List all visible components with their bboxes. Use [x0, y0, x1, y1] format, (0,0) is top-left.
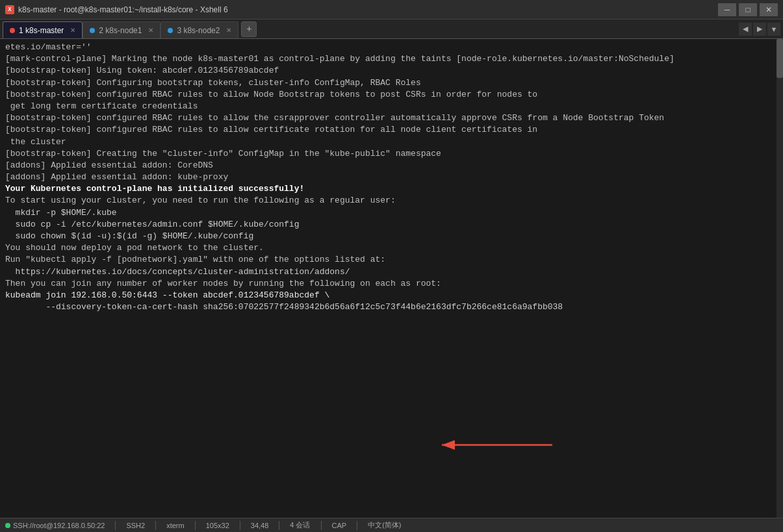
status-divider — [240, 521, 240, 530]
ssh-address: SSH://root@192.168.0.50:22 — [13, 522, 105, 529]
terminal-line: get long term certificate credentials — [5, 101, 778, 112]
tab-indicator — [90, 28, 95, 33]
tab-indicator — [10, 28, 15, 33]
scrollbar[interactable] — [777, 39, 783, 518]
tab-bar: 1 k8s-master ✕ 2 k8s-node1 ✕ 3 k8s-node2… — [0, 19, 783, 39]
terminal-area[interactable]: etes.io/master=''[mark-control-plane] Ma… — [0, 39, 783, 518]
title-bar: X k8s-master - root@k8s-master01:~/insta… — [0, 0, 783, 19]
status-divider — [321, 521, 322, 530]
terminal-line: Your Kubernetes control-plane has initia… — [5, 183, 778, 195]
tab-close-icon[interactable]: ✕ — [226, 27, 231, 34]
close-button[interactable]: ✕ — [760, 3, 778, 16]
status-divider — [357, 521, 357, 530]
tab-nav-menu[interactable]: ▼ — [767, 23, 780, 36]
terminal-line: [bootstrap-token] configured RBAC rules … — [5, 112, 778, 124]
terminal-line: the cluster — [5, 136, 778, 148]
terminal-line: [bootstrap-token] Configuring bootstrap … — [5, 77, 778, 89]
minimize-button[interactable]: ─ — [718, 3, 736, 16]
ime-label: CAP — [332, 522, 347, 529]
ssh-status: SSH://root@192.168.0.50:22 — [5, 522, 105, 529]
terminal-line: --discovery-token-ca-cert-hash sha256:07… — [5, 301, 778, 313]
terminal-line: You should now deploy a pod network to t… — [5, 242, 778, 254]
window-title: k8s-master - root@k8s-master01:~/install… — [18, 5, 228, 14]
protocol-status: SSH2 — [126, 522, 145, 529]
sessions-label: 4 会话 — [290, 520, 310, 530]
locale-status: 中文(简体) — [368, 520, 401, 530]
new-tab-button[interactable]: + — [241, 21, 257, 37]
status-bar: SSH://root@192.168.0.50:22 SSH2 xterm 10… — [0, 518, 783, 532]
tab-k8s-node2[interactable]: 3 k8s-node2 ✕ — [160, 21, 238, 38]
window-controls: ─ □ ✕ — [718, 3, 778, 16]
terminal-line: [addons] Applied essential addon: kube-p… — [5, 171, 778, 183]
terminal-line: kubeadm join 192.168.0.50:6443 --token a… — [5, 290, 778, 301]
terminal-line: sudo chown $(id -u):$(id -g) $HOME/.kube… — [5, 231, 778, 242]
tab-k8s-master[interactable]: 1 k8s-master ✕ — [3, 21, 83, 38]
cursor-pos-label: 34,48 — [251, 522, 269, 529]
terminal-line: To start using your cluster, you need to… — [5, 195, 778, 207]
encoding-status: xterm — [166, 522, 185, 529]
app-icon: X — [5, 5, 14, 14]
status-divider — [155, 521, 156, 530]
tab-nav-left[interactable]: ◀ — [739, 23, 752, 36]
protocol-label: SSH2 — [126, 522, 145, 529]
title-left: X k8s-master - root@k8s-master01:~/insta… — [5, 5, 228, 14]
terminal-line: Then you can join any number of worker n… — [5, 278, 778, 290]
terminal-line: [bootstrap-token] Creating the "cluster-… — [5, 148, 778, 160]
terminal-line: [bootstrap-token] configured RBAC rules … — [5, 89, 778, 101]
tab-label: 1 k8s-master — [19, 26, 64, 35]
maximize-button[interactable]: □ — [739, 3, 757, 16]
terminal-line: https://kubernetes.io/docs/concepts/clus… — [5, 266, 778, 278]
scrollbar-thumb[interactable] — [777, 39, 783, 78]
tab-nav-right[interactable]: ▶ — [753, 23, 766, 36]
terminal-line: mkdir -p $HOME/.kube — [5, 207, 778, 219]
status-divider — [279, 521, 279, 530]
terminal-line: etes.io/master='' — [5, 42, 778, 53]
terminal-size-label: 105x32 — [206, 522, 229, 529]
connection-indicator — [5, 523, 10, 528]
encoding-label: xterm — [166, 522, 185, 529]
terminal-line: sudo cp -i /etc/kubernetes/admin.conf $H… — [5, 219, 778, 231]
tab-close-icon[interactable]: ✕ — [70, 27, 75, 34]
tab-label: 2 k8s-node1 — [99, 26, 142, 35]
sessions-status: 4 会话 — [290, 520, 310, 530]
tab-close-icon[interactable]: ✕ — [148, 27, 153, 34]
terminal-line: Run "kubectl apply -f [podnetwork].yaml"… — [5, 254, 778, 266]
terminal-size-status: 105x32 — [206, 522, 229, 529]
status-divider — [115, 521, 116, 530]
locale-label: 中文(简体) — [368, 520, 401, 530]
arrow-annotation — [429, 432, 559, 458]
terminal-content: etes.io/master=''[mark-control-plane] Ma… — [5, 42, 778, 313]
tab-indicator — [168, 28, 173, 33]
tab-label: 3 k8s-node2 — [177, 26, 220, 35]
terminal-line: [bootstrap-token] configured RBAC rules … — [5, 124, 778, 136]
tab-k8s-node1[interactable]: 2 k8s-node1 ✕ — [83, 21, 160, 38]
cursor-status: 34,48 — [251, 522, 269, 529]
ime-status: CAP — [332, 522, 347, 529]
status-divider — [195, 521, 196, 530]
terminal-line: [bootstrap-token] Using token: abcdef.01… — [5, 65, 778, 77]
terminal-line: [addons] Applied essential addon: CoreDN… — [5, 160, 778, 171]
terminal-line: [mark-control-plane] Marking the node k8… — [5, 53, 778, 65]
